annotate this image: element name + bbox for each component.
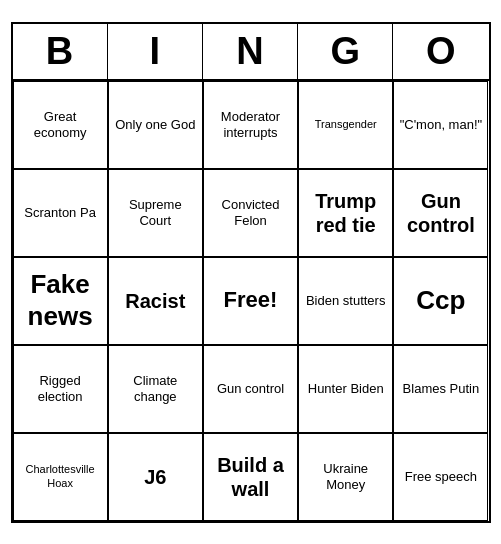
bingo-cell: Rigged election <box>13 345 108 433</box>
bingo-cell: Great economy <box>13 81 108 169</box>
bingo-cell: Only one God <box>108 81 203 169</box>
header-letter: B <box>13 24 108 79</box>
cell-text: Gun control <box>217 381 284 397</box>
cell-text: Ccp <box>416 285 465 316</box>
header-letter: O <box>393 24 488 79</box>
bingo-cell: Ukraine Money <box>298 433 393 521</box>
bingo-cell: Racist <box>108 257 203 345</box>
cell-text: Great economy <box>18 109 103 140</box>
cell-text: Free speech <box>405 469 477 485</box>
header-letter: N <box>203 24 298 79</box>
bingo-grid: Great economyOnly one GodModerator inter… <box>13 81 489 521</box>
cell-text: Racist <box>125 289 185 313</box>
cell-text: Supreme Court <box>113 197 198 228</box>
bingo-cell: Scranton Pa <box>13 169 108 257</box>
cell-text: Free! <box>224 287 278 313</box>
header-letter: I <box>108 24 203 79</box>
bingo-card: BINGO Great economyOnly one GodModerator… <box>11 22 491 523</box>
bingo-cell: Moderator interrupts <box>203 81 298 169</box>
cell-text: Gun control <box>398 189 483 237</box>
cell-text: Trump red tie <box>303 189 388 237</box>
cell-text: Fake news <box>18 269 103 331</box>
bingo-cell: Transgender <box>298 81 393 169</box>
bingo-cell: Blames Putin <box>393 345 488 433</box>
cell-text: Rigged election <box>18 373 103 404</box>
cell-text: Scranton Pa <box>24 205 96 221</box>
bingo-cell: Fake news <box>13 257 108 345</box>
cell-text: Blames Putin <box>403 381 480 397</box>
cell-text: "C'mon, man!" <box>400 117 483 133</box>
bingo-cell: Gun control <box>203 345 298 433</box>
cell-text: Charlottesville Hoax <box>18 463 103 489</box>
header-letter: G <box>298 24 393 79</box>
bingo-cell: Gun control <box>393 169 488 257</box>
bingo-cell: Supreme Court <box>108 169 203 257</box>
cell-text: Moderator interrupts <box>208 109 293 140</box>
cell-text: J6 <box>144 465 166 489</box>
cell-text: Climate change <box>113 373 198 404</box>
bingo-cell: Trump red tie <box>298 169 393 257</box>
cell-text: Transgender <box>315 118 377 131</box>
bingo-cell: Build a wall <box>203 433 298 521</box>
bingo-header: BINGO <box>13 24 489 81</box>
cell-text: Biden stutters <box>306 293 386 309</box>
bingo-cell: "C'mon, man!" <box>393 81 488 169</box>
cell-text: Convicted Felon <box>208 197 293 228</box>
cell-text: Hunter Biden <box>308 381 384 397</box>
bingo-cell: Hunter Biden <box>298 345 393 433</box>
cell-text: Ukraine Money <box>303 461 388 492</box>
bingo-cell: Free speech <box>393 433 488 521</box>
bingo-cell: Charlottesville Hoax <box>13 433 108 521</box>
cell-text: Build a wall <box>208 453 293 501</box>
cell-text: Only one God <box>115 117 195 133</box>
bingo-cell: J6 <box>108 433 203 521</box>
bingo-cell: Free! <box>203 257 298 345</box>
bingo-cell: Climate change <box>108 345 203 433</box>
bingo-cell: Ccp <box>393 257 488 345</box>
bingo-cell: Biden stutters <box>298 257 393 345</box>
bingo-cell: Convicted Felon <box>203 169 298 257</box>
